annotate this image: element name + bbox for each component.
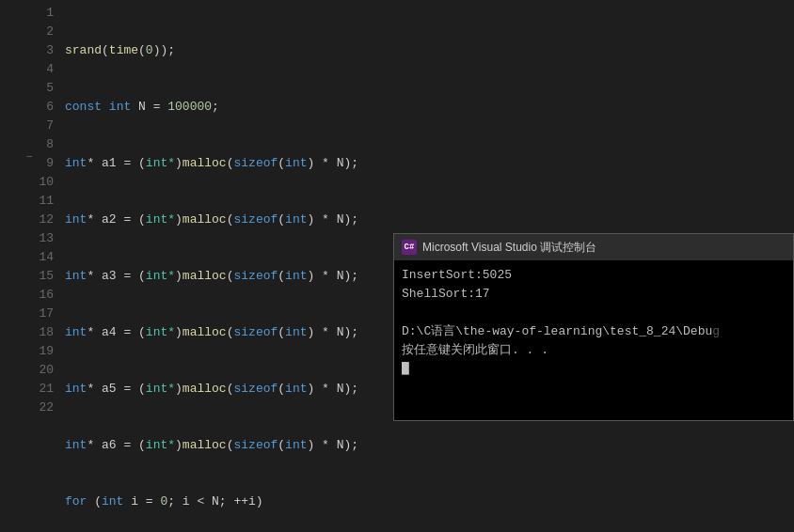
line-num-4: 4 — [19, 60, 54, 79]
console-line-5: 按任意键关闭此窗口. . . — [402, 341, 786, 360]
console-title: Microsoft Visual Studio 调试控制台 — [422, 240, 786, 256]
vs-icon: C# — [402, 240, 417, 255]
code-line-4: int* a2 = (int*)malloc(sizeof(int) * N); — [65, 211, 794, 229]
line-num-11: 11 — [19, 192, 54, 211]
console-window[interactable]: C# Microsoft Visual Studio 调试控制台 InsertS… — [393, 233, 794, 421]
line-num-10: 10 — [19, 173, 54, 192]
line-num-16: 16 — [19, 286, 54, 305]
line-num-2: 2 — [19, 23, 54, 41]
code-line-1: srand(time(0)); — [65, 41, 794, 60]
line-num-6: 6 — [19, 98, 54, 117]
line-num-13: 13 — [19, 229, 54, 248]
collapse-arrow-for[interactable]: − — [26, 151, 33, 163]
code-line-9: for (int i = 0; i < N; ++i) — [65, 493, 794, 511]
line-num-8: 8 — [19, 135, 54, 154]
line-num-9: 9 — [19, 154, 54, 173]
line-num-19: 19 — [19, 342, 54, 361]
line-num-17: 17 — [19, 305, 54, 323]
line-num-7: 7 — [19, 117, 54, 135]
line-num-18: 18 — [19, 323, 54, 342]
line-num-12: 12 — [19, 211, 54, 229]
console-line-3 — [402, 304, 786, 322]
console-titlebar: C# Microsoft Visual Studio 调试控制台 — [394, 234, 793, 260]
line-num-20: 20 — [19, 361, 54, 380]
console-line-1: InsertSort:5025 — [402, 266, 786, 285]
line-num-21: 21 — [19, 380, 54, 399]
line-num-1: 1 — [19, 4, 54, 23]
console-cursor-line — [402, 360, 786, 379]
console-line-2: ShellSort:17 — [402, 285, 786, 304]
code-line-2: const int N = 100000; — [65, 98, 794, 117]
line-numbers: 1 2 3 4 5 6 7 8 9 10 11 12 13 14 15 16 1… — [19, 0, 61, 532]
code-line-8: int* a6 = (int*)malloc(sizeof(int) * N); — [65, 436, 794, 455]
line-num-15: 15 — [19, 267, 54, 286]
line-num-3: 3 — [19, 41, 54, 60]
console-body: InsertSort:5025 ShellSort:17 D:\C语言\the-… — [394, 260, 793, 420]
code-line-3: int* a1 = (int*)malloc(sizeof(int) * N); — [65, 154, 794, 173]
line-num-5: 5 — [19, 79, 54, 98]
console-line-4: D:\C语言\the-way-of-learning\test_8_24\Deb… — [402, 322, 786, 341]
line-num-22: 22 — [19, 399, 54, 417]
line-num-14: 14 — [19, 248, 54, 267]
breakpoint-gutter: − — [0, 0, 19, 532]
